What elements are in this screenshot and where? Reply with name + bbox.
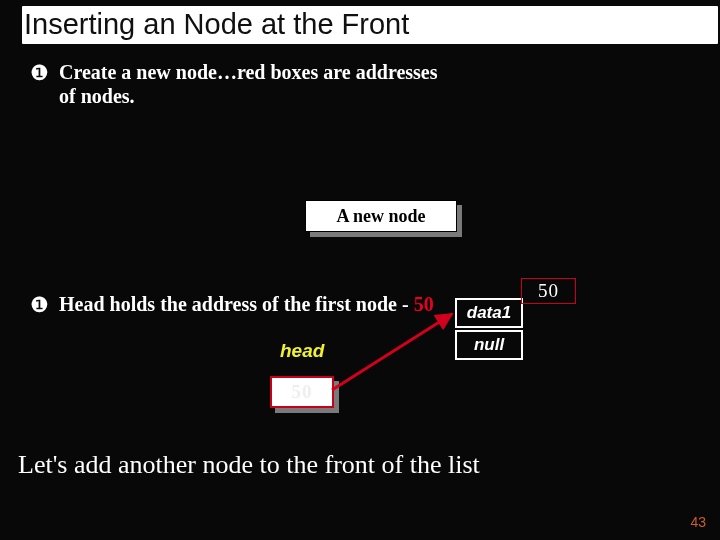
bullet-1: ❶ Create a new node…red boxes are addres… bbox=[30, 60, 450, 108]
bullet-number-icon-1: ❶ bbox=[30, 60, 49, 86]
bullet-2-text: Head holds the address of the first node… bbox=[59, 292, 434, 316]
arrow-head-to-node bbox=[330, 308, 470, 398]
page-title: Inserting an Node at the Front bbox=[22, 6, 718, 44]
bullet-2: ❶ Head holds the address of the first no… bbox=[30, 292, 434, 318]
bullet-2-value: 50 bbox=[414, 293, 434, 315]
node-1-address: 50 bbox=[521, 278, 576, 304]
node-1-data-cell: data1 bbox=[455, 298, 523, 328]
new-node-label: A new node bbox=[336, 206, 425, 227]
bullet-number-icon-2: ❶ bbox=[30, 292, 49, 318]
bullet-1-text: Create a new node…red boxes are addresse… bbox=[59, 60, 450, 108]
node-1: 50 data1 null bbox=[455, 298, 525, 362]
head-value: 50 bbox=[292, 381, 313, 403]
head-label: head bbox=[280, 340, 324, 362]
head-box: 50 bbox=[270, 376, 334, 408]
page-number: 43 bbox=[690, 514, 706, 530]
node-1-next-cell: null bbox=[455, 330, 523, 360]
footer-text: Let's add another node to the front of t… bbox=[18, 450, 480, 480]
bullet-2-pre: Head holds the address of the first node… bbox=[59, 293, 414, 315]
svg-line-0 bbox=[332, 314, 452, 390]
new-node-box: A new node bbox=[305, 200, 457, 232]
